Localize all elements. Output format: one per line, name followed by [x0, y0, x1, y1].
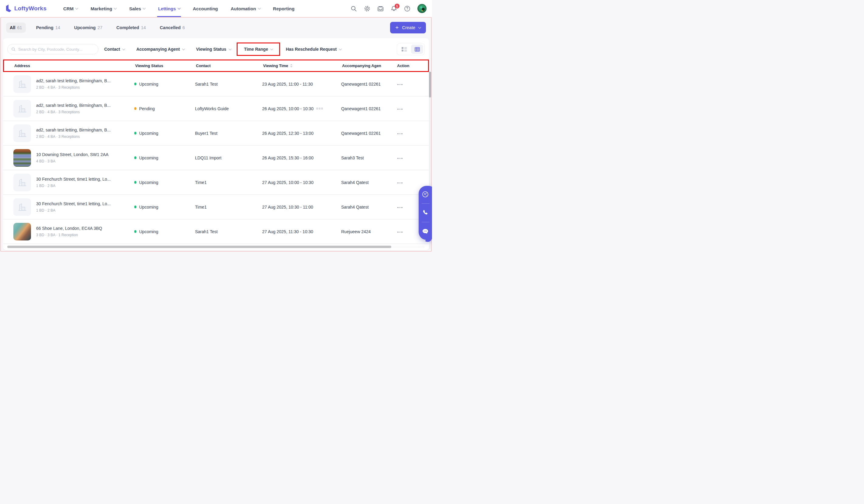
create-button[interactable]: + Create [390, 22, 426, 33]
divider [422, 222, 430, 222]
notifications-bell-icon[interactable]: 1 [391, 5, 397, 12]
horizontal-scrollbar[interactable] [7, 246, 425, 248]
chevron-down-icon [182, 47, 185, 50]
filter-label: Has Reschedule Request [286, 47, 337, 52]
filter-has-reschedule-request[interactable]: Has Reschedule Request [280, 47, 347, 52]
row-actions-button[interactable] [396, 156, 404, 161]
search-box[interactable] [7, 44, 98, 54]
accompanying-agent-name: Qanewagent1 02261 [341, 106, 396, 111]
help-icon[interactable] [404, 5, 410, 12]
table-view-button[interactable] [411, 45, 423, 54]
column-header-contact[interactable]: Contact [196, 63, 263, 68]
viewing-time-value: 27 Aug 2025, 10:30 - 11:00 [262, 205, 313, 209]
tab-cancelled[interactable]: Cancelled6 [156, 23, 189, 33]
table-row[interactable]: 30 Fenchurch Street, time1 letting, Lo..… [3, 195, 429, 220]
tab-completed[interactable]: Completed14 [113, 23, 149, 33]
filter-time-range[interactable]: Time Range [238, 47, 279, 52]
column-header-viewing-status[interactable]: Viewing Status [135, 63, 196, 68]
table-header-row: Address Viewing Status Contact Viewing T… [3, 60, 429, 72]
divider [422, 204, 430, 204]
nav-item-marketing[interactable]: Marketing [84, 0, 123, 17]
row-actions-button[interactable] [396, 181, 404, 185]
property-details: 4 BD · 3 BA [36, 159, 108, 163]
nav-item-crm[interactable]: CRM [57, 0, 84, 17]
contact-name: Sarah1 Test [195, 229, 262, 234]
sort-arrows-icon[interactable] [290, 64, 292, 67]
chevron-down-icon [339, 47, 342, 50]
horizontal-scrollbar-thumb[interactable] [7, 246, 391, 248]
row-actions-button[interactable] [396, 205, 404, 210]
property-thumbnail [13, 149, 31, 167]
plus-icon: + [395, 25, 399, 30]
tab-label: All [10, 25, 15, 30]
table-row[interactable]: 30 Fenchurch Street, time1 letting, Lo..… [3, 170, 429, 195]
row-actions-button[interactable] [396, 82, 404, 87]
more-slots-badge[interactable] [316, 108, 323, 110]
table-view-icon [415, 47, 420, 52]
list-view-button[interactable] [398, 45, 410, 54]
user-avatar[interactable] [417, 4, 427, 13]
table-row[interactable]: 10 Downing Street, London, SW1 2AA 4 BD … [3, 146, 429, 170]
row-actions-button[interactable] [396, 132, 404, 136]
nav-item-automation[interactable]: Automation [224, 0, 266, 17]
inbox-tray-icon[interactable] [377, 5, 384, 12]
property-address: 10 Downing Street, London, SW1 2AA [36, 152, 108, 157]
table-row[interactable]: ad2, sarah test letting, Birmingham, B..… [3, 121, 429, 146]
property-thumbnail [13, 100, 31, 118]
viewing-status-value: Upcoming [139, 205, 158, 209]
nav-item-reporting[interactable]: Reporting [267, 0, 301, 17]
viewing-time-value: 26 Aug 2025, 10:00 - 10:30 [262, 106, 313, 111]
status-dot-icon [134, 156, 136, 159]
row-actions-button[interactable] [396, 230, 404, 235]
filter-viewing-status[interactable]: Viewing Status [191, 47, 237, 52]
nav-item-lettings[interactable]: Lettings [152, 0, 186, 17]
status-dot-icon [134, 230, 136, 233]
filters-bar: Contact Accompanying Agent Viewing Statu… [3, 38, 429, 55]
contact-name: Sarah1 Test [195, 82, 262, 87]
column-header-viewing-time[interactable]: Viewing Time [263, 63, 342, 68]
chevron-down-icon [114, 7, 117, 9]
search-icon[interactable] [351, 5, 357, 12]
search-input[interactable] [18, 47, 95, 52]
annotation-highlight-time-range: Time Range [237, 42, 280, 56]
nav-item-accounting[interactable]: Accounting [187, 0, 225, 17]
tab-upcoming[interactable]: Upcoming27 [71, 23, 106, 33]
column-header-accompanying-agent[interactable]: Accompanying Agen [342, 63, 397, 68]
settings-gear-icon[interactable] [364, 5, 370, 12]
filter-label: Viewing Status [196, 47, 226, 52]
status-dot-icon [134, 132, 136, 135]
column-header-address[interactable]: Address [14, 63, 135, 68]
ai-sparkle-icon[interactable] [422, 190, 429, 198]
status-dot-icon [134, 206, 136, 208]
tab-count: 14 [141, 25, 146, 30]
tab-pending[interactable]: Pending14 [33, 23, 64, 33]
accompanying-agent-name: Ruejueew 2424 [341, 229, 396, 234]
chat-bubble-icon[interactable] [422, 228, 429, 235]
nav-item-sales[interactable]: Sales [123, 0, 152, 17]
contact-name: LDQ11 Import [195, 156, 262, 160]
loftyworks-logo[interactable]: LoftyWorks [5, 4, 47, 12]
viewing-status-value: Upcoming [139, 180, 158, 185]
filter-contact[interactable]: Contact [98, 47, 131, 52]
property-thumbnail [13, 75, 31, 93]
property-details: 2 BD · 4 BA · 3 Receptions [36, 110, 111, 114]
property-details: 1 BD · 2 BA [36, 208, 111, 212]
top-navigation-bar: LoftyWorks CRM Marketing Sales Lettings … [0, 0, 432, 17]
filter-label: Time Range [244, 47, 268, 52]
topbar-actions: 1 [351, 4, 427, 13]
table-body: ad2, sarah test letting, Birmingham, B..… [3, 72, 429, 244]
chevron-down-icon [143, 7, 146, 9]
table-row[interactable]: 66 Shoe Lane, London, EC4A 3BQ 3 BD · 3 … [3, 220, 429, 244]
row-actions-button[interactable] [396, 107, 404, 112]
table-row[interactable]: ad2, sarah test letting, Birmingham, B..… [3, 97, 429, 121]
filter-accompanying-agent[interactable]: Accompanying Agent [131, 47, 191, 52]
phone-icon[interactable] [422, 209, 429, 217]
contact-name: LoftyWorks Guide [195, 106, 262, 111]
table-row[interactable]: ad2, sarah test letting, Birmingham, B..… [3, 72, 429, 97]
viewing-time-value: 26 Aug 2025, 15:30 - 16:00 [262, 156, 313, 160]
viewing-time-value: 27 Aug 2025, 11:30 - 10:30 [262, 229, 313, 234]
contact-name: Time1 [195, 180, 262, 185]
tab-all[interactable]: All61 [6, 23, 26, 33]
status-dot-icon [134, 83, 136, 85]
vertical-scrollbar-thumb[interactable] [429, 72, 431, 97]
